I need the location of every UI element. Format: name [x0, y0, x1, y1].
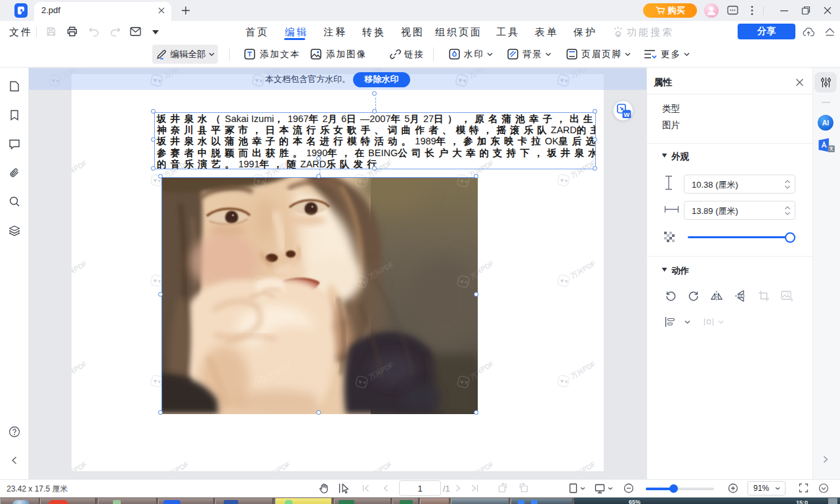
svg-text:万兴PDF: 万兴PDF: [60, 68, 88, 79]
svg-text:万兴PDF: 万兴PDF: [162, 460, 190, 471]
svg-text:万兴PDF: 万兴PDF: [162, 68, 190, 79]
svg-text:万兴PDF: 万兴PDF: [569, 259, 597, 280]
svg-text:万兴PDF: 万兴PDF: [72, 259, 89, 280]
svg-text:万兴PDF: 万兴PDF: [366, 460, 393, 471]
svg-text:万兴PDF: 万兴PDF: [72, 159, 89, 179]
svg-text:万兴PDF: 万兴PDF: [569, 360, 597, 380]
svg-text:万兴PDF: 万兴PDF: [467, 460, 495, 471]
svg-text:万兴PDF: 万兴PDF: [72, 360, 89, 380]
svg-text:W: W: [624, 111, 630, 118]
svg-text:万兴PDF: 万兴PDF: [264, 460, 291, 471]
svg-text:万兴PDF: 万兴PDF: [72, 460, 89, 471]
svg-text:万兴PDF: 万兴PDF: [569, 68, 597, 79]
svg-text:万兴PDF: 万兴PDF: [467, 68, 495, 79]
svg-text:万兴PDF: 万兴PDF: [569, 460, 597, 471]
